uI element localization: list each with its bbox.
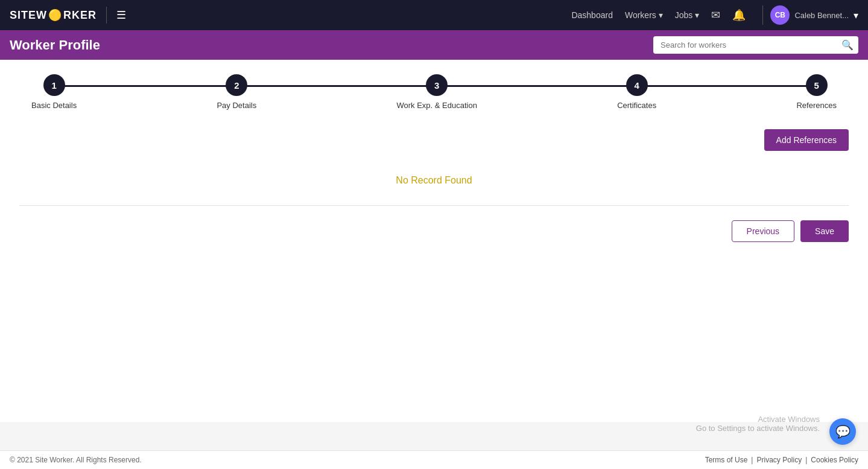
step-label-3: Work Exp. & Education (396, 101, 477, 110)
footer: © 2021 Site Worker. All Rights Reserved.… (0, 450, 868, 469)
stepper: 1 Basic Details 2 Pay Details 3 Work Exp… (19, 74, 849, 110)
privacy-policy-link[interactable]: Privacy Policy (756, 456, 802, 464)
search-button[interactable]: 🔍 (841, 39, 854, 51)
step-3: 3 Work Exp. & Education (396, 74, 477, 110)
footer-links: Terms of Use | Privacy Policy | Cookies … (705, 456, 858, 464)
user-dropdown-icon: ▾ (854, 10, 858, 21)
save-button[interactable]: Save (800, 220, 849, 242)
footer-sep-1: | (751, 456, 753, 464)
logo-emoji: 🟡 (48, 8, 62, 22)
hamburger-icon[interactable]: ☰ (116, 8, 126, 22)
step-label-5: References (796, 101, 836, 110)
step-circle-1: 1 (43, 74, 65, 96)
step-1: 1 Basic Details (31, 74, 77, 110)
step-circle-5: 5 (806, 74, 828, 96)
cookies-policy-link[interactable]: Cookies Policy (811, 456, 858, 464)
header-nav: Dashboard Workers ▾ Jobs ▾ ✉ 🔔 CB Caleb … (571, 5, 858, 25)
search-input[interactable] (653, 36, 858, 54)
title-bar: Worker Profile 🔍 (0, 30, 868, 60)
header: SITEW🟡RKER ☰ Dashboard Workers ▾ Jobs ▾ … (0, 0, 868, 30)
nav-workers[interactable]: Workers ▾ (625, 10, 663, 20)
mail-icon[interactable]: ✉ (711, 8, 720, 22)
logo-text: SITEW (10, 9, 47, 22)
chat-icon: 💬 (835, 424, 851, 439)
bell-icon[interactable]: 🔔 (732, 8, 746, 22)
content-divider (19, 205, 849, 206)
step-label-1: Basic Details (31, 101, 77, 110)
nav-dashboard[interactable]: Dashboard (571, 10, 613, 20)
bottom-buttons: Previous Save (19, 220, 849, 242)
previous-button[interactable]: Previous (732, 220, 794, 242)
nav-jobs[interactable]: Jobs ▾ (675, 10, 700, 20)
step-5: 5 References (796, 74, 836, 110)
step-circle-2: 2 (226, 74, 247, 96)
step-2: 2 Pay Details (217, 74, 256, 110)
step-4: 4 Certificates (617, 74, 656, 110)
jobs-dropdown-icon: ▾ (695, 10, 699, 20)
avatar: CB (770, 5, 790, 25)
header-divider (106, 7, 107, 24)
logo[interactable]: SITEW🟡RKER (10, 8, 97, 22)
page-title: Worker Profile (10, 37, 100, 53)
chat-bubble[interactable]: 💬 (829, 418, 856, 445)
terms-of-use-link[interactable]: Terms of Use (705, 456, 748, 464)
search-container: 🔍 (653, 36, 858, 54)
step-label-2: Pay Details (217, 101, 256, 110)
username-label: Caleb Bennet... (794, 11, 849, 20)
step-label-4: Certificates (617, 101, 656, 110)
main-content: 1 Basic Details 2 Pay Details 3 Work Exp… (0, 60, 868, 422)
step-circle-3: 3 (426, 74, 448, 96)
logo-text2: RKER (63, 9, 97, 22)
footer-copyright: © 2021 Site Worker. All Rights Reserved. (10, 456, 142, 464)
step-circle-4: 4 (626, 74, 648, 96)
no-record-text: No Record Found (19, 161, 849, 200)
add-references-button[interactable]: Add References (764, 129, 849, 151)
footer-sep-2: | (805, 456, 807, 464)
user-menu[interactable]: CB Caleb Bennet... ▾ (762, 5, 858, 25)
workers-dropdown-icon: ▾ (659, 10, 663, 20)
